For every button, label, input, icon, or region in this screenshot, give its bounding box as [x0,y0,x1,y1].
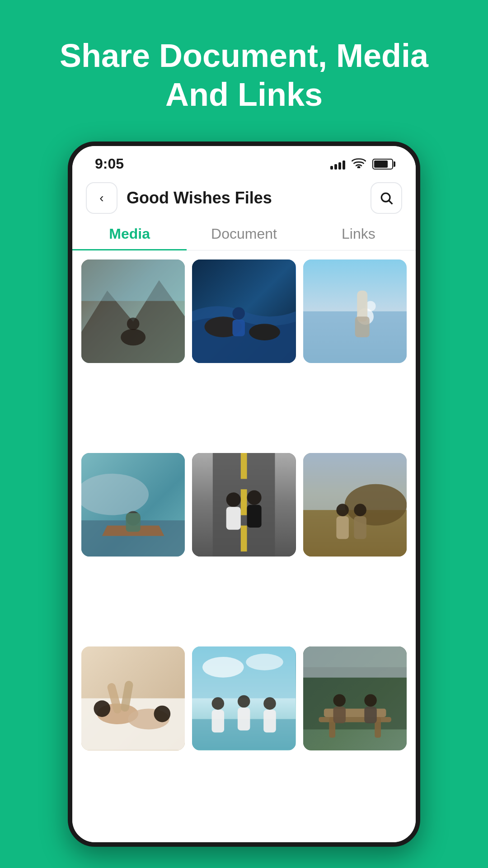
svg-rect-38 [336,516,349,539]
media-item[interactable] [81,453,185,557]
svg-rect-28 [241,526,247,552]
back-chevron-icon: ‹ [99,191,103,205]
svg-point-37 [336,504,349,516]
search-button[interactable] [371,182,402,214]
battery-icon [372,159,393,170]
svg-point-11 [233,307,245,320]
svg-point-0 [358,166,360,168]
media-item[interactable] [303,453,407,557]
svg-point-29 [226,492,241,507]
media-item[interactable] [81,646,185,750]
search-icon [379,191,394,205]
page-title: Good Wishes Files [127,189,371,208]
svg-point-44 [94,701,111,717]
svg-point-10 [249,324,280,340]
media-item[interactable] [192,259,296,363]
svg-rect-59 [264,710,277,732]
svg-rect-30 [226,507,241,529]
svg-rect-62 [303,646,407,678]
svg-rect-14 [303,311,407,363]
media-item[interactable] [192,646,296,750]
svg-rect-70 [364,707,377,723]
svg-rect-32 [247,505,262,528]
svg-point-6 [121,329,145,345]
media-item[interactable] [192,453,296,557]
media-item[interactable] [81,259,185,363]
status-bar: 9:05 [72,146,416,178]
svg-rect-63 [324,709,386,717]
media-item[interactable] [303,259,407,363]
svg-point-52 [246,654,284,670]
svg-point-54 [212,698,225,710]
tab-bar: Media Document Links [72,218,416,250]
app-header: ‹ Good Wishes Files [72,178,416,218]
media-grid [72,250,416,842]
svg-rect-40 [354,516,366,539]
svg-rect-26 [241,453,247,479]
banner-title: Share Document, Media And Links [36,36,452,114]
svg-point-69 [364,694,377,707]
tab-media[interactable]: Media [72,218,187,250]
svg-point-1 [381,193,390,202]
tab-document[interactable]: Document [187,218,301,250]
tab-links[interactable]: Links [301,218,416,250]
svg-rect-12 [233,320,245,336]
svg-point-56 [238,695,250,708]
svg-point-51 [202,657,244,678]
svg-rect-5 [81,259,185,301]
svg-rect-68 [333,707,346,723]
phone-frame: 9:05 [68,142,420,847]
top-banner: Share Document, Media And Links [0,0,488,142]
svg-point-58 [264,698,277,710]
status-time: 9:05 [95,156,124,172]
wifi-icon [352,157,366,171]
svg-point-46 [154,706,171,722]
back-button[interactable]: ‹ [86,182,117,214]
svg-rect-27 [241,489,247,515]
svg-point-67 [333,694,346,707]
svg-rect-23 [126,513,141,532]
status-icons [330,157,393,171]
svg-point-7 [127,317,140,330]
phone-wrapper: 9:05 [59,142,429,868]
svg-line-2 [389,201,392,204]
svg-rect-55 [212,710,225,732]
svg-point-39 [354,504,366,516]
svg-rect-18 [355,316,369,337]
signal-icon [330,159,345,170]
svg-point-31 [247,491,262,505]
svg-rect-57 [238,708,250,731]
media-item[interactable] [303,646,407,750]
